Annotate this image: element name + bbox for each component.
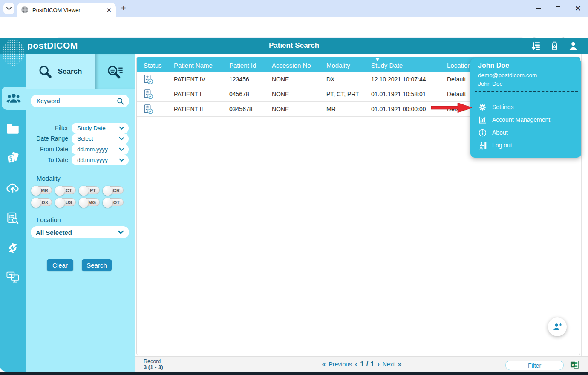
sort-queue-icon[interactable]	[530, 40, 541, 51]
date-range-select[interactable]: Select	[72, 133, 129, 144]
search-panel: Search Filter Study Date Date Range Sele…	[26, 54, 135, 372]
modality-toggle-mr[interactable]: MR	[32, 186, 52, 194]
col-patient-id[interactable]: Patient Id	[229, 62, 256, 69]
modality-option-label: CR	[113, 188, 120, 193]
chevron-down-icon	[119, 126, 124, 130]
from-date-label: From Date	[26, 144, 68, 155]
record-label: Record	[144, 358, 161, 364]
window-bottom-edge	[0, 372, 588, 375]
col-accession-no[interactable]: Accession No	[272, 62, 311, 69]
modality-toggle-dx[interactable]: DX	[32, 198, 52, 206]
next-arrow-button[interactable]: ›	[377, 361, 379, 368]
share-screens-icon	[6, 271, 20, 283]
rail-item-query[interactable]	[0, 207, 26, 230]
location-value: All Selected	[36, 229, 118, 236]
modality-option-label: MG	[88, 200, 96, 205]
cell-patient-name: PATIENT IV	[174, 76, 205, 83]
info-icon	[478, 128, 487, 137]
tab-search-button[interactable]	[3, 3, 14, 14]
col-study-date[interactable]: Study Date	[371, 62, 403, 69]
rail-item-folders[interactable]	[0, 117, 26, 140]
modality-toggle-pt[interactable]: PT	[79, 186, 100, 194]
col-modality[interactable]: Modality	[326, 62, 350, 69]
modality-option-label: PT	[90, 188, 96, 193]
search-icon[interactable]	[117, 98, 124, 105]
trash-icon[interactable]	[550, 40, 559, 51]
to-date-label: To Date	[26, 155, 68, 165]
modality-option-label: DX	[42, 200, 48, 205]
keyword-input[interactable]	[36, 97, 117, 105]
col-patient-name[interactable]: Patient Name	[174, 62, 213, 69]
col-location[interactable]: Location	[447, 62, 471, 69]
window-minimize-button[interactable]	[536, 8, 541, 9]
folder-icon	[6, 123, 20, 134]
first-page-button[interactable]: «	[322, 361, 326, 368]
col-status[interactable]: Status	[144, 62, 162, 69]
menu-item-settings[interactable]: Settings	[470, 101, 581, 113]
previous-page-button[interactable]: Previous	[329, 361, 352, 368]
user-icon[interactable]	[568, 40, 579, 51]
cell-patient-id: 0345678	[229, 106, 253, 112]
study-status-icon[interactable]	[143, 104, 154, 115]
cell-location: Default	[447, 91, 466, 98]
tab-close-icon[interactable]: ✕	[106, 7, 112, 13]
menu-item-about[interactable]: About	[470, 126, 581, 139]
rail-item-studies[interactable]	[0, 147, 26, 170]
prev-arrow-button[interactable]: ‹	[355, 361, 357, 368]
modality-label: Modality	[37, 175, 61, 182]
modality-option-label: US	[66, 200, 72, 205]
modality-option-label: MR	[41, 188, 48, 193]
location-select[interactable]: All Selected	[31, 226, 129, 238]
tab-favicon	[21, 6, 28, 13]
search-button[interactable]: Search	[82, 259, 112, 271]
export-excel-icon[interactable]: X	[570, 360, 579, 369]
menu-item-account-management[interactable]: Account Management	[470, 113, 581, 126]
new-tab-button[interactable]: +	[121, 3, 126, 13]
next-page-button[interactable]: Next	[383, 361, 395, 368]
filter-button[interactable]: Filter	[505, 361, 564, 370]
rail-item-upload[interactable]	[0, 176, 26, 199]
cell-accession-no: NONE	[272, 106, 289, 112]
menu-item-logout[interactable]: Log out	[470, 139, 581, 152]
filter-select[interactable]: Study Date	[72, 123, 129, 133]
cloud-upload-icon	[5, 182, 20, 193]
annotation-arrow	[431, 102, 473, 113]
study-status-icon[interactable]	[143, 89, 154, 100]
cell-accession-no: NONE	[272, 76, 289, 83]
rail-item-sync[interactable]	[0, 237, 26, 260]
clear-button[interactable]: Clear	[47, 259, 73, 271]
rail-item-patients[interactable]	[2, 87, 26, 110]
tab-advanced-search[interactable]	[95, 54, 135, 89]
cell-location: Default	[447, 76, 466, 83]
modality-toggle-ot[interactable]: OT	[103, 198, 124, 206]
modality-toggle-us[interactable]: US	[55, 198, 76, 206]
keyword-field-wrap	[31, 95, 129, 107]
study-status-icon[interactable]	[143, 74, 154, 85]
add-patient-fab[interactable]	[548, 317, 567, 336]
modality-toggle-cr[interactable]: CR	[103, 186, 124, 194]
tab-search[interactable]: Search	[26, 54, 95, 89]
window-maximize-button[interactable]	[556, 6, 560, 11]
browser-toolbar: germany.postdicom.com/Viewer/Main Guest	[0, 17, 588, 37]
window-close-button[interactable]: ✕	[575, 5, 581, 12]
browser-tab[interactable]: PostDICOM Viewer ✕	[17, 3, 116, 17]
last-page-button[interactable]: »	[398, 361, 402, 368]
logout-label: Log out	[492, 142, 512, 149]
logout-icon	[478, 141, 487, 150]
add-user-icon	[552, 322, 562, 332]
to-date-select[interactable]: dd.mm.yyyy	[72, 155, 129, 165]
vertical-scrollbar[interactable]	[581, 54, 588, 356]
from-date-select[interactable]: dd.mm.yyyy	[72, 144, 129, 155]
pagination: « Previous ‹ 1 / 1 › Next »	[322, 357, 402, 372]
chevron-down-icon	[119, 158, 124, 162]
cell-modality: PT, CT, PRT	[326, 91, 359, 98]
to-date-value: dd.mm.yyyy	[77, 157, 119, 163]
chart-icon	[478, 115, 487, 124]
user-menu: John Doe demo@postdicom.com John Doe Set…	[470, 58, 581, 158]
rail-item-share[interactable]	[0, 265, 26, 288]
chevron-down-icon	[119, 137, 124, 141]
modality-toggle-ct[interactable]: CT	[55, 186, 76, 194]
cell-patient-name: PATIENT I	[174, 91, 202, 98]
location-label: Location	[37, 216, 61, 223]
modality-toggle-mg[interactable]: MG	[79, 198, 100, 206]
